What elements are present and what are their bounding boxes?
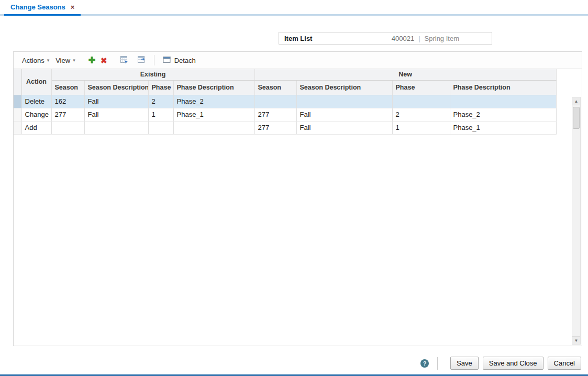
help-icon[interactable]: ? — [420, 359, 429, 368]
group-header-new: New — [254, 69, 556, 80]
cell-existing-phase-description[interactable]: Phase_2 — [173, 95, 254, 108]
delete-row-button[interactable]: ✖ — [98, 56, 110, 65]
cell-new-phase[interactable]: 1 — [392, 121, 450, 134]
detach-icon — [163, 56, 171, 65]
cell-existing-phase[interactable]: 2 — [148, 95, 173, 108]
row-selector[interactable] — [14, 95, 21, 108]
cell-existing-season-description[interactable]: Fall — [84, 95, 148, 108]
cell-existing-phase[interactable]: 1 — [148, 108, 173, 121]
column-header-existing-phase-description[interactable]: Phase Description — [173, 80, 254, 95]
cell-new-season[interactable]: 277 — [254, 108, 296, 121]
chevron-down-icon: ▾ — [47, 58, 50, 63]
column-header-existing-phase[interactable]: Phase — [148, 80, 173, 95]
wrap-icon — [137, 56, 146, 65]
column-header-existing-season-description[interactable]: Season Description — [84, 80, 148, 95]
table-row[interactable]: Delete 162 Fall 2 Phase_2 — [14, 95, 556, 108]
delete-icon: ✖ — [101, 57, 107, 64]
cell-existing-season[interactable] — [51, 121, 84, 134]
item-list-header: Item List 400021 | Spring Item — [279, 32, 492, 45]
column-header-row: Season Season Description Phase Phase De… — [14, 80, 556, 95]
cell-new-phase-description[interactable]: Phase_2 — [450, 108, 556, 121]
scrollbar-thumb[interactable] — [573, 107, 580, 129]
column-header-new-season-description[interactable]: Season Description — [296, 80, 392, 95]
cell-new-season-description[interactable]: Fall — [296, 108, 392, 121]
table-toolbar: Actions ▾ View ▾ ✚ ✖ — [14, 52, 582, 69]
detach-button[interactable]: Detach — [160, 54, 199, 67]
cell-existing-phase[interactable] — [148, 121, 173, 134]
export-to-excel-button[interactable] — [117, 54, 131, 67]
column-header-action[interactable]: Action — [21, 69, 51, 95]
actions-menu-button[interactable]: Actions ▾ — [19, 54, 52, 67]
add-icon: ✚ — [88, 56, 95, 64]
save-and-close-button[interactable]: Save and Close — [483, 357, 543, 370]
item-list-value: 400021 — [392, 35, 414, 42]
tab-close-icon[interactable]: × — [71, 4, 75, 10]
table-row[interactable]: Change 277 Fall 1 Phase_1 277 Fall 2 Pha… — [14, 108, 556, 121]
cell-existing-phase-description[interactable]: Phase_1 — [173, 108, 254, 121]
footer-divider — [437, 357, 438, 370]
change-seasons-table: Action Existing New Season Season Descri… — [14, 69, 557, 135]
cell-action[interactable]: Change — [21, 108, 51, 121]
row-selector[interactable] — [14, 121, 21, 134]
actions-menu-label: Actions — [22, 57, 45, 64]
column-header-existing-season[interactable]: Season — [51, 80, 84, 95]
add-row-button[interactable]: ✚ — [86, 55, 98, 65]
wrap-button[interactable] — [135, 54, 149, 67]
cell-existing-season[interactable]: 277 — [51, 108, 84, 121]
table-row[interactable]: Add 277 Fall 1 Phase_1 — [14, 121, 556, 134]
cell-action[interactable]: Add — [21, 121, 51, 134]
save-button[interactable]: Save — [450, 357, 479, 370]
export-to-excel-icon — [120, 56, 129, 65]
view-menu-label: View — [56, 57, 70, 64]
scroll-down-icon[interactable]: ▼ — [572, 336, 580, 344]
cancel-button[interactable]: Cancel — [548, 357, 581, 370]
row-selector-header — [14, 69, 21, 95]
cell-new-phase[interactable] — [392, 95, 450, 108]
tab-title: Change Seasons — [10, 3, 65, 11]
cell-action[interactable]: Delete — [21, 95, 51, 108]
table-panel: Actions ▾ View ▾ ✚ ✖ — [13, 51, 582, 346]
toolbar-separator — [154, 55, 154, 65]
group-header-existing: Existing — [51, 69, 254, 80]
cell-existing-phase-description[interactable] — [173, 121, 254, 134]
cell-new-phase[interactable]: 2 — [392, 108, 450, 121]
item-list-separator: | — [418, 35, 420, 42]
scroll-up-icon[interactable]: ▲ — [572, 97, 580, 105]
cell-new-phase-description[interactable] — [450, 95, 556, 108]
cell-new-season[interactable] — [254, 95, 296, 108]
cell-new-season-description[interactable]: Fall — [296, 121, 392, 134]
view-menu-button[interactable]: View ▾ — [52, 54, 78, 67]
cell-existing-season-description[interactable]: Fall — [84, 108, 148, 121]
cell-new-season-description[interactable] — [296, 95, 392, 108]
column-header-new-season[interactable]: Season — [254, 80, 296, 95]
tab-bar: Change Seasons × — [0, 0, 588, 16]
tab-change-seasons[interactable]: Change Seasons × — [4, 0, 81, 16]
item-list-description: Spring Item — [425, 35, 459, 42]
column-header-new-phase[interactable]: Phase — [392, 80, 450, 95]
cell-new-phase-description[interactable]: Phase_1 — [450, 121, 556, 134]
detach-label: Detach — [174, 57, 196, 64]
item-list-label: Item List — [284, 35, 312, 42]
vertical-scrollbar[interactable]: ▲ ▼ — [572, 97, 581, 345]
chevron-down-icon: ▾ — [73, 58, 75, 63]
row-selector[interactable] — [14, 108, 21, 121]
cell-existing-season[interactable]: 162 — [51, 95, 84, 108]
cell-new-season[interactable]: 277 — [254, 121, 296, 134]
cell-existing-season-description[interactable] — [84, 121, 148, 134]
column-header-new-phase-description[interactable]: Phase Description — [450, 80, 556, 95]
group-header-row: Action Existing New — [14, 69, 556, 80]
footer-bar: ? Save Save and Close Cancel — [420, 357, 581, 370]
